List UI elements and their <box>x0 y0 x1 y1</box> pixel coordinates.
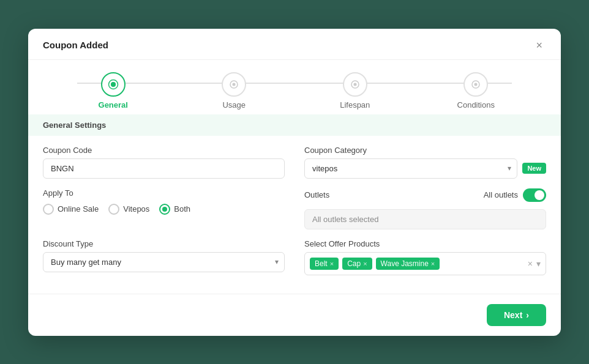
svg-point-6 <box>353 83 356 86</box>
coupon-category-select[interactable]: vitepos <box>304 158 517 179</box>
svg-point-8 <box>475 83 478 86</box>
form-grid: Coupon Code Coupon Category vitepos ▾ Ne… <box>28 146 561 275</box>
modal-footer: Next › <box>28 298 561 336</box>
outlets-input: All outlets selected <box>304 209 546 229</box>
modal-header: Coupon Added × <box>28 29 561 60</box>
section-header: General Settings <box>28 114 561 136</box>
new-badge: New <box>522 163 546 174</box>
radio-label-both: Both <box>174 204 190 214</box>
tags-controls: × ▾ <box>528 259 541 269</box>
radio-dot-both <box>162 207 167 212</box>
step-lifespan[interactable]: Lifespan <box>294 72 416 110</box>
discount-type-select-wrapper: Buy many get many ▾ <box>43 252 285 272</box>
modal: Coupon Added × General U <box>28 29 561 336</box>
tag-belt-label: Belt <box>315 259 328 268</box>
radio-group: Online Sale Vitepos Both <box>43 201 285 215</box>
step-label-usage: Usage <box>222 100 246 110</box>
tag-cap[interactable]: Cap × <box>342 258 372 270</box>
radio-label-vitepos: Vitepos <box>123 204 149 214</box>
step-label-general: General <box>99 100 128 110</box>
next-arrow-icon: › <box>526 310 529 320</box>
stepper: General Usage Lifespan Conditions <box>28 60 561 114</box>
all-outlets-label: All outlets <box>484 190 518 199</box>
outlets-header: Outlets All outlets <box>304 188 546 202</box>
footer-divider <box>28 294 561 294</box>
modal-body: General Settings Coupon Code Coupon Cate… <box>28 114 561 285</box>
coupon-code-group: Coupon Code <box>43 146 285 179</box>
coupon-category-row: vitepos ▾ New <box>304 158 546 179</box>
tag-wave-jasmine-remove[interactable]: × <box>431 260 435 267</box>
step-label-conditions: Conditions <box>457 100 495 110</box>
discount-type-select[interactable]: Buy many get many <box>43 252 285 272</box>
outlets-group: Outlets All outlets All outlets selected <box>304 188 546 229</box>
tag-belt[interactable]: Belt × <box>310 258 339 270</box>
step-circle-conditions <box>463 72 488 97</box>
discount-type-group: Discount Type Buy many get many ▾ <box>43 239 285 275</box>
modal-title: Coupon Added <box>43 40 108 50</box>
coupon-category-label: Coupon Category <box>304 146 546 155</box>
apply-to-group: Apply To Online Sale Vitepos <box>43 188 285 229</box>
step-circle-usage <box>222 72 246 97</box>
step-usage[interactable]: Usage <box>174 72 295 110</box>
radio-both[interactable]: Both <box>159 204 190 215</box>
coupon-code-label: Coupon Code <box>43 146 285 155</box>
radio-circle-online-sale <box>43 204 54 215</box>
outlets-right: All outlets <box>484 188 546 202</box>
tags-clear-icon[interactable]: × <box>528 259 533 269</box>
apply-to-label: Apply To <box>43 188 285 198</box>
radio-circle-both <box>159 204 170 215</box>
tag-wave-jasmine-label: Wave Jasmine <box>381 259 429 268</box>
modal-overlay: Coupon Added × General U <box>0 0 589 364</box>
step-general[interactable]: General <box>53 72 174 110</box>
coupon-code-input[interactable] <box>43 158 285 179</box>
svg-point-4 <box>233 83 236 86</box>
step-label-lifespan: Lifespan <box>340 100 370 110</box>
step-circle-general <box>101 72 126 97</box>
radio-circle-vitepos <box>108 204 119 215</box>
tag-wave-jasmine[interactable]: Wave Jasmine × <box>376 258 440 270</box>
next-button[interactable]: Next › <box>487 304 546 326</box>
tags-dropdown-icon[interactable]: ▾ <box>536 259 541 269</box>
next-label: Next <box>504 310 522 320</box>
all-outlets-toggle[interactable] <box>523 188 546 202</box>
coupon-category-group: Coupon Category vitepos ▾ New <box>304 146 546 179</box>
close-button[interactable]: × <box>532 39 546 52</box>
coupon-category-select-wrapper: vitepos ▾ <box>304 158 517 179</box>
tag-belt-remove[interactable]: × <box>330 260 334 267</box>
tags-row[interactable]: Belt × Cap × Wave Jasmine × × <box>304 252 546 275</box>
toggle-knob <box>535 190 544 200</box>
radio-vitepos[interactable]: Vitepos <box>108 204 149 215</box>
offer-products-label: Select Offer Products <box>304 239 546 248</box>
step-circle-lifespan <box>343 72 367 97</box>
discount-type-label: Discount Type <box>43 239 285 248</box>
radio-label-online-sale: Online Sale <box>58 204 99 214</box>
step-conditions[interactable]: Conditions <box>416 72 537 110</box>
radio-online-sale[interactable]: Online Sale <box>43 204 99 215</box>
offer-products-group: Select Offer Products Belt × Cap × Wave … <box>304 239 546 275</box>
outlets-label: Outlets <box>304 190 329 199</box>
tag-cap-remove[interactable]: × <box>363 260 367 267</box>
tag-cap-label: Cap <box>347 259 361 268</box>
